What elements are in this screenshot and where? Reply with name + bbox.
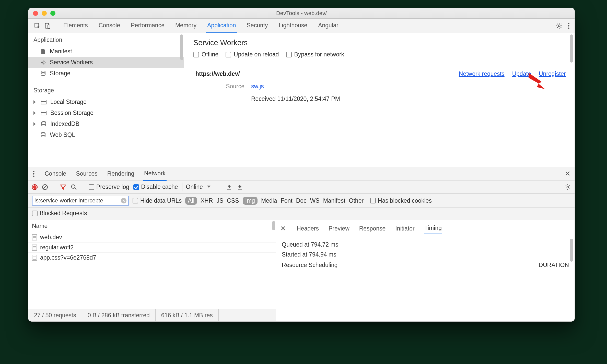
tab-application[interactable]: Application [206,18,237,33]
sw-source-link[interactable]: sw.js [251,83,264,90]
network-settings-icon[interactable] [564,184,571,190]
sidebar-item-manifest[interactable]: Manifest [28,46,184,57]
detail-tab-response[interactable]: Response [359,223,386,234]
sidebar-section-storage: Storage [28,83,184,96]
sidebar-item-service-workers[interactable]: Service Workers [28,57,184,68]
filter-type-all[interactable]: All [185,197,197,205]
detail-tab-initiator[interactable]: Initiator [395,223,415,234]
detail-tab-preview[interactable]: Preview [328,223,350,234]
preserve-log-checkbox[interactable]: Preserve log [89,184,129,190]
has-blocked-cookies-checkbox[interactable]: Has blocked cookies [370,197,432,204]
sidebar-item-label: Session Storage [50,110,94,116]
filter-type-js[interactable]: JS [216,197,223,204]
record-button[interactable] [32,184,38,190]
filter-input-wrap: ✕ [32,196,129,205]
filter-type-img[interactable]: Img [243,197,258,205]
list-scrollbar[interactable] [272,221,275,230]
detail-scrollbar[interactable] [570,239,573,262]
request-row[interactable]: web.dev [28,232,276,242]
offline-checkbox[interactable]: Offline [193,51,218,58]
drawer-tab-rendering[interactable]: Rendering [106,167,135,180]
requests-column-header[interactable]: Name [28,220,276,232]
request-row[interactable]: regular.woff2 [28,242,276,253]
checkbox-label: Bypass for network [294,51,344,58]
file-icon [32,245,37,251]
checkbox-label: Offline [202,51,218,58]
tab-security[interactable]: Security [246,18,269,33]
bypass-network-checkbox[interactable]: Bypass for network [286,51,344,58]
sidebar-item-local-storage[interactable]: Local Storage [28,96,184,107]
filter-type-media[interactable]: Media [261,197,277,204]
drawer-more-icon[interactable] [32,170,35,177]
detail-close-icon[interactable]: ✕ [280,225,286,233]
tab-elements[interactable]: Elements [62,18,89,33]
sidebar-item-label: IndexedDB [50,120,79,127]
filter-type-css[interactable]: CSS [227,197,239,204]
update-on-reload-checkbox[interactable]: Update on reload [226,51,279,58]
sidebar-item-label: Web SQL [50,131,75,138]
clear-filter-icon[interactable]: ✕ [121,198,126,203]
throttle-select[interactable]: Online [182,183,214,191]
file-icon [32,255,37,261]
hide-data-urls-checkbox[interactable]: Hide data URLs [133,197,182,204]
drawer-tab-sources[interactable]: Sources [75,167,98,180]
filter-type-manifest[interactable]: Manifest [323,197,345,204]
update-link[interactable]: Update [512,70,531,77]
disclosure-triangle-icon[interactable] [33,111,36,115]
sidebar-scrollbar[interactable] [180,34,183,60]
panel-scrollbar[interactable] [570,34,573,63]
unregister-link[interactable]: Unregister [539,70,566,77]
filter-type-doc[interactable]: Doc [296,197,307,204]
filter-input[interactable] [34,197,119,204]
detail-tab-timing[interactable]: Timing [424,223,442,234]
checkbox-label: Blocked Requests [40,210,87,217]
network-requests-link[interactable]: Network requests [459,70,505,77]
drawer-tab-console[interactable]: Console [44,167,67,180]
tab-memory[interactable]: Memory [174,18,197,33]
blocked-requests-checkbox[interactable]: Blocked Requests [32,210,87,217]
detail-tab-headers[interactable]: Headers [296,223,319,234]
more-icon[interactable] [567,22,570,29]
sidebar-item-indexeddb[interactable]: IndexedDB [28,118,184,129]
inspect-icon[interactable] [33,22,41,30]
tab-angular[interactable]: Angular [317,18,339,33]
upload-icon[interactable] [226,184,232,190]
file-icon [32,234,37,240]
panel-title: Service Workers [193,39,566,47]
sw-origin: https://web.dev/ [193,70,240,77]
svg-point-21 [567,186,569,188]
gear-icon [40,59,46,66]
request-name: web.dev [40,234,62,241]
svg-point-13 [33,173,34,174]
request-row[interactable]: app.css?v=6e2768d7 [28,253,276,263]
sidebar-item-session-storage[interactable]: Session Storage [28,107,184,118]
filter-type-xhr[interactable]: XHR [201,197,213,204]
filter-type-ws[interactable]: WS [310,197,320,204]
application-sidebar: Application Manifest Service Workers Sto… [28,33,184,167]
tab-lighthouse[interactable]: Lighthouse [278,18,309,33]
checkbox-label: Has blocked cookies [378,197,432,204]
search-icon[interactable] [71,184,77,190]
filter-type-other[interactable]: Other [349,197,364,204]
sidebar-item-label: Service Workers [50,59,93,66]
settings-icon[interactable] [556,22,563,29]
clear-icon[interactable] [42,184,48,190]
disclosure-triangle-icon[interactable] [33,122,36,126]
tab-performance[interactable]: Performance [130,18,166,33]
device-toggle-icon[interactable] [44,22,51,30]
resource-scheduling-label: Resource Scheduling [282,262,338,269]
filter-type-font[interactable]: Font [281,197,293,204]
sidebar-section-application: Application [28,33,184,46]
devtools-toolbar: Elements Console Performance Memory Appl… [28,19,575,33]
drawer-close-icon[interactable]: ✕ [565,169,570,178]
sidebar-item-label: Local Storage [50,99,87,105]
disable-cache-checkbox[interactable]: Disable cache [133,184,178,190]
disclosure-triangle-icon[interactable] [33,100,36,104]
sidebar-item-websql[interactable]: Web SQL [28,129,184,140]
sidebar-item-app-storage[interactable]: Storage [28,68,184,79]
drawer-tab-network[interactable]: Network [143,167,167,181]
download-icon[interactable] [237,184,243,190]
tab-console[interactable]: Console [98,18,121,33]
window-title: DevTools - web.dev/ [28,10,575,17]
filter-icon[interactable] [60,184,66,190]
